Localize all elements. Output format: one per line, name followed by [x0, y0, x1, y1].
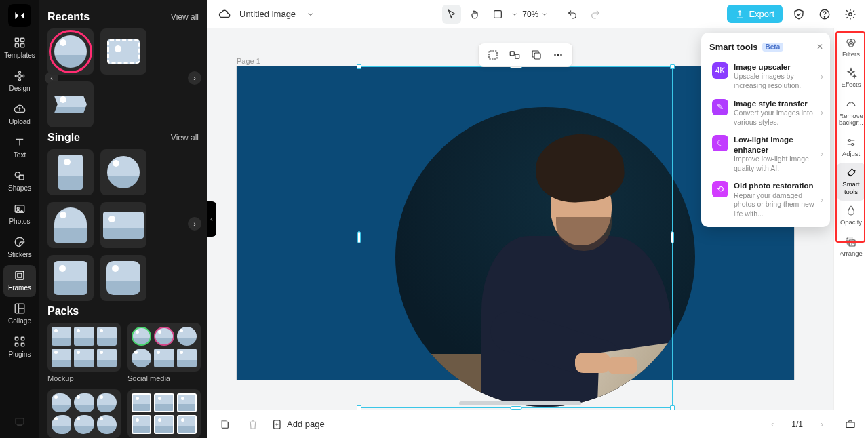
- prop-adjust[interactable]: Adjust: [837, 132, 865, 163]
- prop-smart-tools[interactable]: Smart tools: [837, 163, 865, 201]
- page-indicator: 1/1: [791, 420, 803, 429]
- chevron-right-icon: ›: [821, 108, 823, 117]
- nav-photos[interactable]: Photos: [3, 199, 36, 231]
- svg-point-4: [18, 75, 22, 78]
- nav-frames[interactable]: Frames: [3, 265, 36, 297]
- prop-remove-bg[interactable]: Remove backgr...: [837, 94, 865, 132]
- svg-point-30: [557, 54, 559, 56]
- svg-rect-16: [15, 337, 18, 340]
- frame-thumb[interactable]: [100, 202, 146, 248]
- zoom-level[interactable]: 70%: [522, 9, 548, 19]
- pack-card[interactable]: Mockup: [47, 323, 121, 382]
- frame-thumb[interactable]: [47, 255, 94, 301]
- undo-button[interactable]: [563, 5, 582, 24]
- popover-title: Smart tools: [709, 42, 758, 52]
- frame-thumb[interactable]: [100, 149, 146, 195]
- hand-tool[interactable]: [465, 5, 484, 24]
- svg-point-6: [22, 75, 24, 77]
- file-menu-chevron[interactable]: [301, 5, 320, 24]
- bottom-toolbar: Add page ‹ 1/1 ›: [207, 410, 868, 438]
- svg-rect-14: [18, 273, 22, 277]
- view-all-link[interactable]: View all: [171, 133, 199, 142]
- app-logo[interactable]: [8, 4, 31, 27]
- smart-tool-lowlight[interactable]: ☾ Low-light image enhancerImprove low-li…: [709, 131, 826, 177]
- presentation-icon[interactable]: [841, 415, 860, 434]
- svg-point-7: [19, 79, 21, 81]
- nav-plugins[interactable]: Plugins: [3, 332, 36, 363]
- chevron-down-icon[interactable]: [511, 11, 518, 18]
- carousel-next[interactable]: ›: [188, 217, 201, 231]
- prop-opacity[interactable]: Opacity: [837, 201, 865, 231]
- view-all-link[interactable]: View all: [171, 12, 199, 22]
- nav-text[interactable]: Text: [3, 132, 36, 164]
- resize-menu[interactable]: [488, 5, 507, 24]
- frame-thumb[interactable]: [100, 28, 146, 75]
- section-single-header: Single View all: [47, 132, 199, 144]
- replace-image-icon[interactable]: [509, 49, 521, 61]
- resize-handle[interactable]: [670, 64, 675, 69]
- cloud-sync-icon[interactable]: [215, 5, 234, 24]
- layers-icon[interactable]: [215, 415, 234, 434]
- resize-handle[interactable]: [357, 231, 361, 243]
- top-toolbar: Untitled image 70% Export: [207, 0, 868, 28]
- feedback-icon[interactable]: [10, 412, 29, 431]
- svg-rect-20: [16, 418, 24, 424]
- smart-tool-restoration[interactable]: ⟲ Old photo restorationRepair your damag…: [709, 177, 826, 222]
- nav-upload[interactable]: Upload: [3, 99, 36, 131]
- safety-icon[interactable]: [789, 5, 808, 24]
- close-button[interactable]: ✕: [814, 41, 826, 53]
- help-icon[interactable]: [815, 5, 834, 24]
- file-name[interactable]: Untitled image: [239, 9, 296, 19]
- svg-rect-13: [16, 271, 24, 279]
- frame-thumb[interactable]: [47, 28, 94, 75]
- select-tool[interactable]: [442, 5, 461, 24]
- svg-rect-18: [15, 343, 18, 346]
- nav-design[interactable]: Design: [3, 66, 36, 98]
- svg-rect-3: [21, 44, 24, 47]
- frame-thumb[interactable]: [47, 202, 94, 248]
- selection-bounds[interactable]: ⟳: [359, 66, 673, 408]
- pack-card[interactable]: Irregular shape: [47, 389, 121, 438]
- horizontal-scrollbar[interactable]: [459, 401, 581, 405]
- duplicate-icon[interactable]: [530, 49, 542, 61]
- section-title: Packs: [47, 305, 79, 317]
- prev-page[interactable]: ‹: [763, 415, 782, 434]
- collapse-panel-handle[interactable]: ‹: [207, 201, 216, 237]
- prop-filters[interactable]: Filters: [837, 33, 865, 63]
- next-page[interactable]: ›: [812, 415, 831, 434]
- settings-icon[interactable]: [841, 5, 860, 24]
- prop-effects[interactable]: Effects: [837, 63, 865, 94]
- restoration-icon: ⟲: [712, 181, 728, 197]
- section-packs-header: Packs: [47, 305, 199, 317]
- nav-shapes[interactable]: Shapes: [3, 165, 36, 197]
- frame-thumb[interactable]: [100, 255, 146, 301]
- assets-panel: Recents View all ‹ › Single View all › P…: [39, 0, 207, 438]
- smart-tool-style-transfer[interactable]: ✎ Image style transferConvert your image…: [709, 95, 826, 132]
- resize-handle[interactable]: [357, 64, 361, 69]
- delete-icon[interactable]: [243, 415, 262, 434]
- nav-collage[interactable]: Collage: [3, 298, 36, 330]
- pack-card[interactable]: Polaroids and photo frames: [127, 389, 201, 438]
- frame-thumb[interactable]: [47, 81, 94, 127]
- export-button[interactable]: Export: [727, 5, 783, 23]
- more-icon[interactable]: [552, 49, 564, 61]
- section-recents-header: Recents View all: [47, 11, 199, 23]
- nav-templates[interactable]: Templates: [3, 33, 36, 64]
- smart-tool-upscaler[interactable]: 4K Image upscalerUpscale images by incre…: [709, 58, 826, 95]
- nav-stickers[interactable]: Stickers: [3, 232, 36, 264]
- svg-point-35: [848, 139, 850, 141]
- redo-button[interactable]: [586, 5, 605, 24]
- prop-arrange[interactable]: Arrange: [837, 232, 865, 262]
- resize-handle[interactable]: [671, 231, 674, 243]
- upscaler-icon: 4K: [712, 62, 728, 79]
- beta-badge: Beta: [762, 43, 784, 52]
- pack-card[interactable]: Social media: [127, 323, 201, 382]
- svg-rect-38: [847, 238, 853, 244]
- carousel-next[interactable]: ›: [188, 71, 201, 85]
- frame-thumb[interactable]: [47, 149, 94, 195]
- property-rail: Filters Effects Remove backgr... Adjust …: [833, 28, 868, 410]
- svg-point-23: [824, 16, 825, 17]
- lowlight-icon: ☾: [712, 135, 728, 151]
- crop-icon[interactable]: [487, 49, 499, 61]
- add-page-button[interactable]: Add page: [272, 419, 325, 430]
